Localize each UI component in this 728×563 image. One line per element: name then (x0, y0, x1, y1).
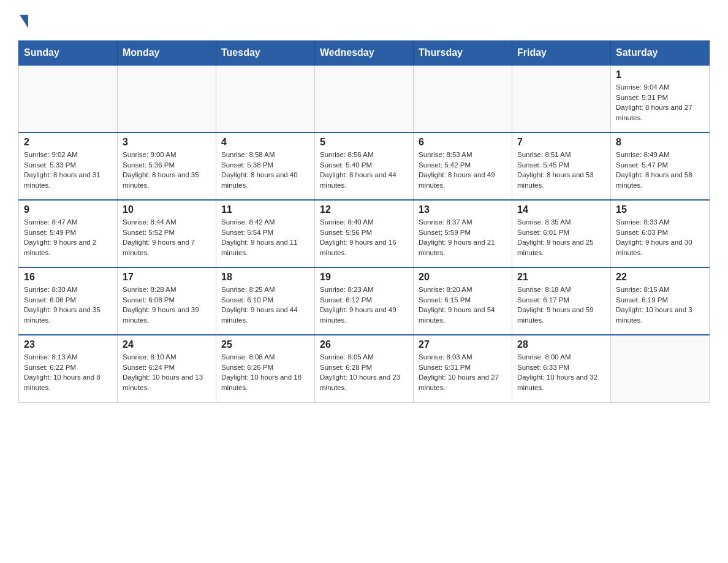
calendar-cell: 9Sunrise: 8:47 AMSunset: 5:49 PMDaylight… (19, 200, 118, 267)
calendar-cell: 11Sunrise: 8:42 AMSunset: 5:54 PMDayligh… (216, 200, 315, 267)
calendar-cell: 13Sunrise: 8:37 AMSunset: 5:59 PMDayligh… (414, 200, 512, 267)
day-header-sunday: Sunday (19, 41, 118, 66)
calendar-cell: 17Sunrise: 8:28 AMSunset: 6:08 PMDayligh… (118, 267, 216, 335)
day-number: 12 (320, 204, 408, 215)
day-number: 26 (320, 339, 408, 350)
calendar-cell: 12Sunrise: 8:40 AMSunset: 5:56 PMDayligh… (315, 200, 414, 267)
week-row-1: 1Sunrise: 9:04 AMSunset: 5:31 PMDaylight… (19, 65, 710, 132)
day-number: 18 (221, 272, 309, 283)
calendar-cell (611, 335, 710, 402)
day-number: 3 (123, 137, 211, 148)
calendar-cell: 28Sunrise: 8:00 AMSunset: 6:33 PMDayligh… (512, 335, 611, 402)
calendar-cell: 6Sunrise: 8:53 AMSunset: 5:42 PMDaylight… (414, 132, 512, 200)
day-number: 15 (616, 204, 704, 215)
calendar-cell: 15Sunrise: 8:33 AMSunset: 6:03 PMDayligh… (611, 200, 710, 267)
day-number: 13 (419, 204, 507, 215)
day-info: Sunrise: 8:23 AMSunset: 6:12 PMDaylight:… (320, 285, 408, 326)
day-number: 2 (24, 137, 112, 148)
calendar-cell: 14Sunrise: 8:35 AMSunset: 6:01 PMDayligh… (512, 200, 611, 267)
day-number: 4 (221, 137, 309, 148)
day-info: Sunrise: 8:56 AMSunset: 5:40 PMDaylight:… (320, 150, 408, 191)
day-info: Sunrise: 8:47 AMSunset: 5:49 PMDaylight:… (24, 217, 112, 258)
calendar-cell: 16Sunrise: 8:30 AMSunset: 6:06 PMDayligh… (19, 267, 118, 335)
day-number: 28 (517, 339, 605, 350)
day-number: 5 (320, 137, 408, 148)
day-number: 25 (221, 339, 309, 350)
logo-arrow-icon (20, 15, 28, 28)
day-number: 19 (320, 272, 408, 283)
calendar-cell: 20Sunrise: 8:20 AMSunset: 6:15 PMDayligh… (414, 267, 512, 335)
day-number: 11 (221, 204, 309, 215)
day-number: 6 (419, 137, 507, 148)
calendar-cell: 8Sunrise: 8:49 AMSunset: 5:47 PMDaylight… (611, 132, 710, 200)
calendar-cell: 5Sunrise: 8:56 AMSunset: 5:40 PMDaylight… (315, 132, 414, 200)
calendar-cell: 1Sunrise: 9:04 AMSunset: 5:31 PMDaylight… (611, 65, 710, 132)
page-header (18, 12, 710, 28)
day-info: Sunrise: 9:02 AMSunset: 5:33 PMDaylight:… (24, 150, 112, 191)
day-number: 9 (24, 204, 112, 215)
day-info: Sunrise: 8:51 AMSunset: 5:45 PMDaylight:… (517, 150, 605, 191)
day-info: Sunrise: 8:33 AMSunset: 6:03 PMDaylight:… (616, 217, 704, 258)
calendar-cell: 3Sunrise: 9:00 AMSunset: 5:36 PMDaylight… (118, 132, 216, 200)
day-number: 20 (419, 272, 507, 283)
calendar-table: SundayMondayTuesdayWednesdayThursdayFrid… (18, 40, 710, 403)
week-row-5: 23Sunrise: 8:13 AMSunset: 6:22 PMDayligh… (19, 335, 710, 402)
day-info: Sunrise: 8:30 AMSunset: 6:06 PMDaylight:… (24, 285, 112, 326)
day-number: 16 (24, 272, 112, 283)
day-number: 10 (123, 204, 211, 215)
day-info: Sunrise: 8:44 AMSunset: 5:52 PMDaylight:… (123, 217, 211, 258)
week-row-2: 2Sunrise: 9:02 AMSunset: 5:33 PMDaylight… (19, 132, 710, 200)
calendar-cell (414, 65, 512, 132)
calendar-cell: 21Sunrise: 8:18 AMSunset: 6:17 PMDayligh… (512, 267, 611, 335)
calendar-cell: 25Sunrise: 8:08 AMSunset: 6:26 PMDayligh… (216, 335, 315, 402)
day-header-tuesday: Tuesday (216, 41, 315, 66)
day-number: 7 (517, 137, 605, 148)
calendar-cell (315, 65, 414, 132)
day-info: Sunrise: 8:49 AMSunset: 5:47 PMDaylight:… (616, 150, 704, 191)
day-info: Sunrise: 8:28 AMSunset: 6:08 PMDaylight:… (123, 285, 211, 326)
day-number: 27 (419, 339, 507, 350)
day-number: 24 (123, 339, 211, 350)
calendar-header-row: SundayMondayTuesdayWednesdayThursdayFrid… (19, 41, 710, 66)
calendar-cell: 4Sunrise: 8:58 AMSunset: 5:38 PMDaylight… (216, 132, 315, 200)
day-info: Sunrise: 8:08 AMSunset: 6:26 PMDaylight:… (221, 352, 309, 393)
calendar-cell (19, 65, 118, 132)
day-info: Sunrise: 8:40 AMSunset: 5:56 PMDaylight:… (320, 217, 408, 258)
logo (18, 12, 28, 28)
week-row-3: 9Sunrise: 8:47 AMSunset: 5:49 PMDaylight… (19, 200, 710, 267)
day-info: Sunrise: 8:13 AMSunset: 6:22 PMDaylight:… (24, 352, 112, 393)
day-header-thursday: Thursday (414, 41, 512, 66)
day-info: Sunrise: 8:10 AMSunset: 6:24 PMDaylight:… (123, 352, 211, 393)
day-info: Sunrise: 8:20 AMSunset: 6:15 PMDaylight:… (419, 285, 507, 326)
week-row-4: 16Sunrise: 8:30 AMSunset: 6:06 PMDayligh… (19, 267, 710, 335)
day-info: Sunrise: 8:03 AMSunset: 6:31 PMDaylight:… (419, 352, 507, 393)
day-info: Sunrise: 8:05 AMSunset: 6:28 PMDaylight:… (320, 352, 408, 393)
calendar-cell: 26Sunrise: 8:05 AMSunset: 6:28 PMDayligh… (315, 335, 414, 402)
day-number: 17 (123, 272, 211, 283)
calendar-cell: 23Sunrise: 8:13 AMSunset: 6:22 PMDayligh… (19, 335, 118, 402)
day-info: Sunrise: 8:42 AMSunset: 5:54 PMDaylight:… (221, 217, 309, 258)
calendar-cell: 7Sunrise: 8:51 AMSunset: 5:45 PMDaylight… (512, 132, 611, 200)
day-number: 8 (616, 137, 704, 148)
calendar-cell (512, 65, 611, 132)
calendar-cell: 22Sunrise: 8:15 AMSunset: 6:19 PMDayligh… (611, 267, 710, 335)
day-info: Sunrise: 8:25 AMSunset: 6:10 PMDaylight:… (221, 285, 309, 326)
calendar-cell: 27Sunrise: 8:03 AMSunset: 6:31 PMDayligh… (414, 335, 512, 402)
calendar-cell: 10Sunrise: 8:44 AMSunset: 5:52 PMDayligh… (118, 200, 216, 267)
day-info: Sunrise: 8:15 AMSunset: 6:19 PMDaylight:… (616, 285, 704, 326)
calendar-cell: 2Sunrise: 9:02 AMSunset: 5:33 PMDaylight… (19, 132, 118, 200)
day-info: Sunrise: 8:35 AMSunset: 6:01 PMDaylight:… (517, 217, 605, 258)
calendar-cell: 19Sunrise: 8:23 AMSunset: 6:12 PMDayligh… (315, 267, 414, 335)
day-number: 14 (517, 204, 605, 215)
day-header-saturday: Saturday (611, 41, 710, 66)
day-number: 21 (517, 272, 605, 283)
calendar-cell: 18Sunrise: 8:25 AMSunset: 6:10 PMDayligh… (216, 267, 315, 335)
calendar-cell: 24Sunrise: 8:10 AMSunset: 6:24 PMDayligh… (118, 335, 216, 402)
day-info: Sunrise: 8:00 AMSunset: 6:33 PMDaylight:… (517, 352, 605, 393)
day-info: Sunrise: 8:37 AMSunset: 5:59 PMDaylight:… (419, 217, 507, 258)
day-number: 23 (24, 339, 112, 350)
day-info: Sunrise: 9:00 AMSunset: 5:36 PMDaylight:… (123, 150, 211, 191)
day-info: Sunrise: 8:53 AMSunset: 5:42 PMDaylight:… (419, 150, 507, 191)
day-info: Sunrise: 8:58 AMSunset: 5:38 PMDaylight:… (221, 150, 309, 191)
day-info: Sunrise: 9:04 AMSunset: 5:31 PMDaylight:… (616, 82, 704, 123)
